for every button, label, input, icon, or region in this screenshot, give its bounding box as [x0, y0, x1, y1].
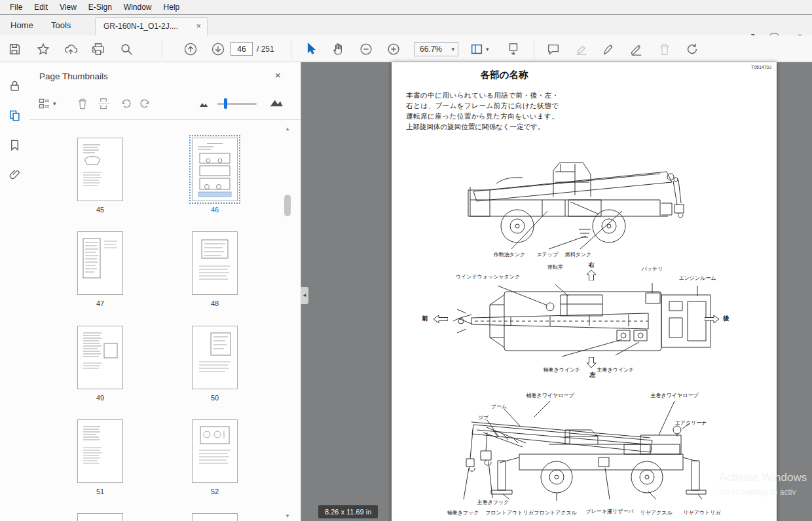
rotate-cw-button[interactable]	[138, 97, 151, 110]
next-page-button[interactable]	[211, 42, 225, 56]
sign-button[interactable]	[602, 42, 616, 56]
thumbnail-page-partial[interactable]	[77, 513, 123, 521]
toolbar-separator	[534, 40, 534, 58]
panel-close-icon[interactable]: ×	[275, 69, 281, 81]
thumbnail-size-slider[interactable]	[217, 103, 257, 105]
thumbnail-page-49[interactable]: 49	[77, 326, 123, 402]
find-button[interactable]	[119, 42, 134, 56]
thumbnail-image[interactable]	[77, 231, 123, 295]
thumbnail-size-slider-handle[interactable]	[224, 98, 227, 109]
thumbnail-image[interactable]	[77, 326, 123, 389]
figure3-label-rear-outrigger: リヤアウトリガ	[683, 509, 720, 516]
panel-collapse-handle[interactable]: ◄	[301, 287, 308, 304]
zoom-level-value: 66.7%	[420, 45, 442, 54]
tab-tools[interactable]: Tools	[45, 15, 77, 35]
attachments-tab-button[interactable]	[9, 168, 21, 181]
page-view-button[interactable]	[470, 42, 484, 56]
activate-windows-watermark-sub: Go to Settings to activ	[719, 488, 796, 497]
scrolling-mode-icon	[506, 42, 521, 56]
thumbnail-page-52[interactable]: 52	[192, 419, 238, 495]
fill-sign-button[interactable]	[629, 42, 644, 56]
figure2-label-main-winch: 主巻きウインチ	[597, 366, 635, 374]
close-tab-icon[interactable]: ×	[196, 18, 201, 35]
tab-document[interactable]: GR-160N-1_O1-2J.... ×	[95, 17, 208, 35]
menu-view[interactable]: View	[54, 3, 83, 12]
figure3-label-main-hook: 主巻きフック	[477, 499, 509, 506]
delete-pages-button[interactable]	[76, 97, 89, 110]
thumbnail-page-47[interactable]: 47	[77, 231, 123, 307]
list-options-icon	[38, 97, 51, 110]
figure3-label-brake-reservoir: ブレーキ液リザーバ	[585, 508, 633, 515]
fill-sign-icon	[629, 42, 644, 56]
chevron-down-icon[interactable]: ▾	[486, 47, 489, 52]
scrollbar-thumb[interactable]	[284, 195, 291, 216]
acrobat-window: File Edit View E-Sign Window Help Home T…	[0, 0, 812, 521]
select-tool-button[interactable]	[304, 42, 318, 56]
thumbnail-image[interactable]	[192, 513, 238, 521]
favorite-button[interactable]	[36, 42, 50, 56]
chevron-down-icon[interactable]: ▾	[53, 101, 56, 107]
zoom-level-dropdown[interactable]: 66.7% ▾	[414, 42, 458, 56]
thumbnail-page-partial[interactable]	[192, 513, 238, 521]
rotate-button[interactable]	[685, 42, 699, 56]
signature-pen-icon	[602, 42, 616, 56]
extract-pages-button[interactable]	[97, 97, 110, 110]
upload-cloud-button[interactable]	[64, 42, 78, 56]
navigation-strip	[0, 62, 29, 521]
menu-window[interactable]: Window	[118, 3, 158, 12]
zoom-large-icon	[269, 94, 282, 107]
scroll-down-icon[interactable]: ▼	[285, 513, 290, 519]
bookmark-icon	[9, 139, 21, 151]
direction-up-arrow-icon	[587, 270, 596, 280]
security-tab-button[interactable]	[9, 80, 21, 92]
figure2-label-left: 左	[589, 371, 596, 379]
scroll-up-icon[interactable]: ▲	[285, 126, 290, 132]
comment-button[interactable]	[546, 42, 561, 56]
highlight-button[interactable]	[574, 42, 589, 56]
figure2-label-rear: 後	[723, 315, 729, 323]
menu-esign[interactable]: E-Sign	[83, 3, 118, 12]
zoom-in-button[interactable]	[386, 42, 401, 56]
hand-tool-button[interactable]	[331, 42, 346, 56]
thumbnail-page-51[interactable]: 51	[77, 419, 123, 495]
thumbnail-image[interactable]	[192, 231, 238, 295]
rotate-ccw-button[interactable]	[120, 97, 133, 110]
figure3-label-front-outrigger: フロントアウトリガ	[485, 509, 534, 516]
thumbnail-image[interactable]	[77, 138, 123, 201]
figure2-label-cab: 運転室	[547, 263, 563, 271]
thumbnail-image[interactable]	[192, 419, 238, 483]
panel-divider	[29, 119, 301, 120]
trash-icon	[76, 97, 89, 110]
menu-edit[interactable]: Edit	[28, 3, 54, 12]
menu-help[interactable]: Help	[158, 3, 186, 12]
thumbnail-page-48[interactable]: 48	[192, 231, 238, 307]
print-button[interactable]	[91, 42, 105, 56]
trash-icon	[657, 42, 672, 56]
select-arrow-icon	[304, 42, 318, 56]
menu-file[interactable]: File	[4, 3, 28, 12]
figure3-label-front-axle: フロントアクスル	[534, 509, 577, 516]
save-button[interactable]	[7, 42, 22, 56]
toolbar-separator	[291, 40, 291, 58]
delete-button[interactable]	[657, 42, 672, 56]
scrolling-mode-button[interactable]	[506, 42, 521, 56]
thumbnail-image[interactable]	[192, 326, 238, 389]
thumbnail-image[interactable]	[77, 419, 123, 483]
thumbnail-options-button[interactable]	[38, 97, 51, 110]
thumbnail-image[interactable]	[77, 513, 123, 521]
thumbnail-image[interactable]	[192, 138, 238, 201]
zoom-out-button[interactable]	[359, 42, 373, 56]
figure2-label-right: 右	[588, 261, 595, 269]
thumbnail-number: 48	[192, 299, 238, 307]
page-thumbnails-tab-button[interactable]	[9, 109, 21, 122]
page-number-input[interactable]	[231, 42, 253, 56]
rotate-refresh-icon	[685, 42, 699, 56]
plus-circle-icon	[386, 42, 401, 56]
tab-home[interactable]: Home	[4, 15, 40, 35]
thumbnail-page-50[interactable]: 50	[192, 326, 238, 402]
previous-page-button[interactable]	[183, 42, 198, 56]
thumbnail-page-46[interactable]: 46	[192, 138, 238, 214]
save-icon	[7, 42, 22, 56]
bookmarks-tab-button[interactable]	[9, 139, 21, 151]
thumbnail-page-45[interactable]: 45	[77, 138, 123, 214]
